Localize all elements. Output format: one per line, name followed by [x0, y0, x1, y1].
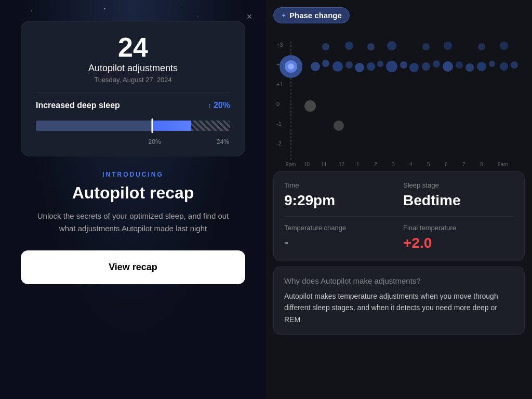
intro-section: INTRODUCING Autopilot recap Unlock the s… [21, 171, 245, 235]
svg-text:2: 2 [374, 162, 377, 167]
final-temp-col: Final temperature +2.0 [403, 224, 514, 251]
bar-hatched-fill [191, 121, 230, 131]
intro-title: Autopilot recap [31, 183, 235, 203]
svg-text:+3: +3 [276, 42, 283, 48]
bar-label-new: 24% [217, 138, 229, 145]
phase-tag-label: Phase change [289, 11, 342, 20]
svg-point-29 [377, 61, 383, 67]
card-divider [284, 216, 514, 217]
arrow-up-icon: ↑ [208, 101, 211, 110]
sleep-stage-label: Sleep stage [403, 181, 514, 189]
bar-background [36, 121, 230, 131]
bar-label-old: 20% [149, 138, 161, 145]
svg-point-33 [422, 62, 430, 71]
svg-point-38 [477, 62, 486, 71]
svg-point-32 [409, 63, 419, 72]
sleep-stage-col: Sleep stage Bedtime [403, 181, 514, 209]
right-panel: ✦ Phase change +3 +2 +1 0 -1 -2 9pm 10 1… [266, 0, 532, 399]
time-col: Time 9:29pm [284, 181, 395, 209]
temp-change-col: Temperature change - [284, 224, 395, 251]
time-label: Time [284, 181, 395, 189]
svg-point-30 [386, 61, 397, 72]
svg-text:9pm: 9pm [286, 162, 296, 167]
svg-point-31 [400, 61, 407, 69]
svg-point-24 [322, 60, 329, 67]
stats-card: 24 Autopilot adjustments Tuesday, August… [21, 21, 245, 156]
adjustments-date: Tuesday, August 27, 2024 [36, 76, 230, 84]
svg-point-48 [478, 43, 485, 50]
bar-new-fill [152, 121, 191, 131]
svg-point-50 [304, 100, 316, 112]
final-temp-label: Final temperature [403, 224, 514, 232]
svg-point-37 [466, 63, 474, 72]
sleep-stage-value: Bedtime [403, 192, 514, 209]
adjustments-number: 24 [36, 34, 230, 61]
sleep-label: Increased deep sleep [36, 101, 120, 110]
svg-text:0: 0 [276, 101, 280, 107]
svg-point-45 [387, 41, 396, 50]
temp-change-value: - [284, 235, 395, 249]
temp-grid: Temperature change - Final temperature +… [284, 224, 514, 251]
bar-marker [152, 118, 153, 133]
svg-text:10: 10 [304, 162, 310, 167]
svg-text:+1: +1 [276, 81, 283, 87]
phase-change-tag[interactable]: ✦ Phase change [273, 7, 350, 23]
info-cards: Time 9:29pm Sleep stage Bedtime Temperat… [266, 171, 532, 399]
sleep-row: Increased deep sleep ↑ 20% [36, 101, 230, 110]
time-sleep-grid: Time 9:29pm Sleep stage Bedtime [284, 181, 514, 209]
autopilot-info-card: Why does Autopilot make adjustments? Aut… [273, 267, 525, 335]
svg-point-26 [345, 61, 353, 69]
chart-area: +3 +2 +1 0 -1 -2 9pm 10 11 12 1 2 3 4 5 … [266, 0, 532, 171]
svg-point-27 [355, 63, 364, 72]
bar-labels: 20% 24% [36, 138, 230, 145]
svg-point-43 [345, 42, 353, 50]
phase-diamond-icon: ✦ [281, 12, 286, 19]
svg-text:4: 4 [409, 162, 413, 167]
svg-point-44 [367, 43, 375, 50]
svg-text:1: 1 [356, 162, 360, 167]
svg-point-51 [334, 121, 344, 131]
svg-point-35 [443, 61, 453, 72]
time-value: 9:29pm [284, 192, 395, 209]
svg-point-25 [332, 61, 343, 72]
close-button[interactable]: × [242, 9, 257, 24]
left-panel: × 24 Autopilot adjustments Tuesday, Augu… [0, 0, 266, 399]
svg-text:9am: 9am [498, 162, 508, 167]
svg-point-36 [456, 61, 463, 69]
svg-point-47 [444, 42, 452, 50]
adjustments-title: Autopilot adjustments [36, 63, 230, 74]
bar-old-fill [36, 121, 152, 131]
autopilot-info-body: Autopilot makes temperature adjustments … [284, 290, 514, 325]
svg-point-22 [288, 63, 294, 70]
svg-text:12: 12 [339, 162, 345, 167]
svg-point-23 [311, 62, 320, 71]
svg-text:3: 3 [392, 162, 395, 167]
sleep-chart-svg: +3 +2 +1 0 -1 -2 9pm 10 11 12 1 2 3 4 5 … [266, 31, 532, 171]
svg-point-39 [489, 61, 495, 67]
svg-point-41 [511, 61, 518, 69]
divider [36, 92, 230, 92]
sleep-bar-chart [36, 116, 230, 135]
final-temp-value: +2.0 [403, 235, 514, 251]
svg-text:8: 8 [480, 162, 483, 167]
intro-label: INTRODUCING [31, 171, 235, 178]
autopilot-info-title: Why does Autopilot make adjustments? [284, 276, 514, 285]
svg-text:6: 6 [445, 162, 448, 167]
time-sleep-card: Time 9:29pm Sleep stage Bedtime Temperat… [273, 171, 525, 261]
temp-change-label: Temperature change [284, 224, 395, 232]
svg-point-49 [500, 42, 508, 50]
svg-point-46 [422, 43, 430, 50]
intro-description: Unlock the secrets of your optimized sle… [31, 210, 235, 235]
svg-point-42 [322, 43, 329, 50]
svg-point-34 [433, 60, 440, 68]
svg-text:-2: -2 [276, 140, 282, 147]
svg-text:11: 11 [321, 162, 327, 167]
svg-text:-1: -1 [276, 121, 282, 127]
view-recap-button[interactable]: View recap [21, 250, 245, 284]
svg-point-40 [500, 62, 508, 71]
sleep-pct: ↑ 20% [208, 101, 230, 110]
svg-text:7: 7 [462, 162, 466, 167]
svg-point-28 [367, 62, 375, 71]
svg-text:5: 5 [427, 162, 430, 167]
